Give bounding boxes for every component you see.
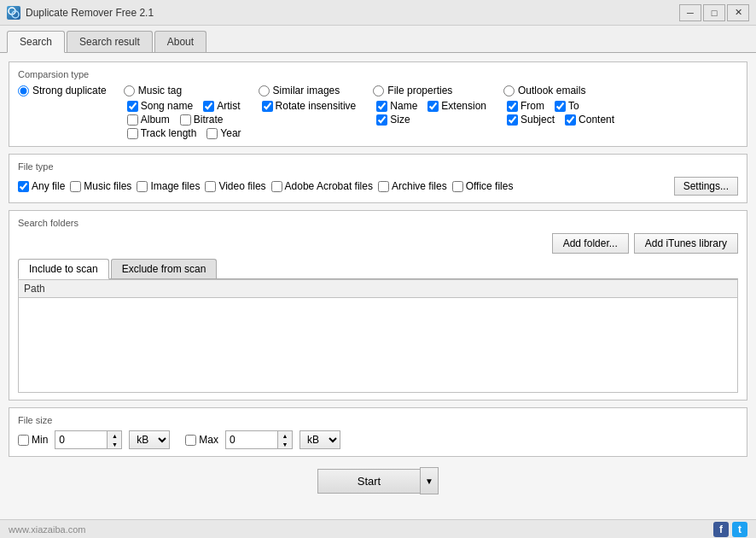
max-spinbox: ▲ ▼ — [225, 430, 293, 449]
file-size-label: File size — [18, 415, 738, 425]
strong-duplicate-group: Strong duplicate — [18, 85, 107, 96]
window-controls: ─ □ ✕ — [679, 4, 749, 21]
folder-table: Path — [18, 279, 738, 393]
min-spin-down[interactable]: ▼ — [108, 440, 121, 448]
start-area: Start ▼ — [9, 467, 747, 494]
cb-from[interactable]: From — [507, 100, 544, 112]
outlook-suboption-row2: Subject Content — [507, 114, 614, 126]
cb-bitrate[interactable]: Bitrate — [180, 114, 224, 126]
main-window: Search Search result About Comparsion ty… — [0, 26, 756, 538]
cb-adobe-acrobat-files[interactable]: Adobe Acrobat files — [271, 180, 373, 192]
cb-music-files[interactable]: Music files — [70, 180, 131, 192]
search-folders-section: Search folders Add folder... Add iTunes … — [9, 210, 747, 401]
music-tag-group: Music tag Song name Artist — [124, 85, 241, 139]
scan-tabs: Include to scan Exclude from scan — [18, 259, 738, 279]
cb-name[interactable]: Name — [376, 100, 417, 112]
app-icon — [7, 6, 20, 20]
cb-artist[interactable]: Artist — [203, 100, 240, 112]
search-folders-label: Search folders — [18, 218, 738, 228]
folder-table-body — [19, 298, 737, 392]
cb-any-file[interactable]: Any file — [18, 180, 65, 192]
music-suboption-row2: Album Bitrate — [127, 114, 241, 126]
cb-rotate-insensitive[interactable]: Rotate insensitive — [262, 100, 357, 112]
outlook-suboption-row1: From To — [507, 100, 614, 112]
comparison-radio-row: Strong duplicate Music tag Song name — [18, 85, 738, 139]
add-folder-button[interactable]: Add folder... — [552, 233, 629, 254]
file-type-options-row: Any file Music files Image files Video f… — [18, 177, 738, 196]
file-size-section: File size Min ▲ ▼ B kB MB GB — [9, 407, 747, 457]
min-spinbox-arrows: ▲ ▼ — [107, 431, 121, 448]
filesize-row: Min ▲ ▼ B kB MB GB Max — [18, 430, 738, 449]
file-properties-group: File properties Name Extension — [373, 85, 486, 126]
facebook-icon[interactable]: f — [713, 522, 729, 537]
scan-tab-exclude[interactable]: Exclude from scan — [111, 259, 218, 278]
radio-music-tag[interactable]: Music tag — [124, 85, 241, 96]
max-checkbox[interactable]: Max — [185, 434, 218, 446]
file-properties-suboptions: Name Extension Size — [376, 100, 486, 126]
start-btn-group: Start ▼ — [317, 467, 439, 494]
close-button[interactable]: ✕ — [727, 4, 749, 21]
tab-about[interactable]: About — [154, 31, 206, 52]
cb-extension[interactable]: Extension — [427, 100, 486, 112]
cb-content[interactable]: Content — [565, 114, 614, 126]
max-unit-select[interactable]: B kB MB GB — [299, 430, 340, 449]
min-spinbox: ▲ ▼ — [55, 430, 122, 449]
cb-track-length[interactable]: Track length — [127, 127, 197, 139]
cb-subject[interactable]: Subject — [507, 114, 555, 126]
min-checkbox[interactable]: Min — [18, 434, 48, 446]
file-type-section: File type Any file Music files Image fil… — [9, 154, 747, 203]
cb-album[interactable]: Album — [127, 114, 170, 126]
cb-size[interactable]: Size — [376, 114, 410, 126]
settings-button[interactable]: Settings... — [674, 177, 738, 196]
outlook-emails-group: Outlook emails From To — [503, 85, 614, 126]
min-value-input[interactable] — [55, 431, 107, 448]
minimize-button[interactable]: ─ — [679, 4, 701, 21]
add-itunes-button[interactable]: Add iTunes library — [634, 233, 738, 254]
similar-images-group: Similar images Rotate insensitive — [259, 85, 357, 112]
outlook-suboptions: From To Subject — [507, 100, 614, 126]
cb-office-files[interactable]: Office files — [452, 180, 514, 192]
title-bar: Duplicate Remover Free 2.1 ─ □ ✕ — [0, 0, 756, 26]
max-spin-up[interactable]: ▲ — [278, 431, 292, 440]
radio-file-properties[interactable]: File properties — [373, 85, 486, 96]
min-spin-up[interactable]: ▲ — [108, 431, 121, 440]
cb-image-files[interactable]: Image files — [137, 180, 200, 192]
tab-search-result[interactable]: Search result — [67, 31, 153, 52]
music-suboption-row3: Track length Year — [127, 127, 241, 139]
fp-suboption-row1: Name Extension — [376, 100, 486, 112]
scan-tabs-area: Include to scan Exclude from scan Path — [18, 259, 738, 393]
window-title: Duplicate Remover Free 2.1 — [26, 7, 679, 19]
cb-archive-files[interactable]: Archive files — [378, 180, 447, 192]
max-value-input[interactable] — [226, 431, 277, 448]
maximize-button[interactable]: □ — [703, 4, 725, 21]
radio-strong-duplicate[interactable]: Strong duplicate — [18, 85, 107, 96]
tab-bar: Search Search result About — [0, 26, 756, 53]
images-suboption-row1: Rotate insensitive — [262, 100, 357, 112]
fp-suboption-row2: Size — [376, 114, 486, 126]
similar-images-suboptions: Rotate insensitive — [262, 100, 357, 112]
content-area: Comparsion type Strong duplicate Music t… — [0, 53, 756, 519]
file-type-label: File type — [18, 161, 738, 172]
min-unit-select[interactable]: B kB MB GB — [129, 430, 170, 449]
comparison-type-section: Comparsion type Strong duplicate Music t… — [9, 61, 747, 147]
music-tag-suboptions: Song name Artist Album — [127, 100, 241, 139]
cb-video-files[interactable]: Video files — [205, 180, 265, 192]
max-spinbox-arrows: ▲ ▼ — [277, 431, 292, 448]
cb-song-name[interactable]: Song name — [127, 100, 193, 112]
social-bar: www.xiazaiba.com f t — [0, 519, 756, 538]
folder-buttons-row: Add folder... Add iTunes library — [18, 233, 738, 254]
tab-search[interactable]: Search — [7, 31, 65, 53]
radio-similar-images[interactable]: Similar images — [259, 85, 357, 96]
start-button[interactable]: Start — [317, 469, 420, 494]
music-suboption-row1: Song name Artist — [127, 100, 241, 112]
scan-tab-include[interactable]: Include to scan — [18, 259, 109, 279]
radio-outlook-emails[interactable]: Outlook emails — [503, 85, 614, 96]
comparison-type-label: Comparsion type — [18, 69, 738, 79]
twitter-icon[interactable]: t — [732, 522, 747, 537]
folder-table-header: Path — [19, 280, 737, 298]
cb-year[interactable]: Year — [206, 127, 241, 139]
watermark: www.xiazaiba.com — [9, 524, 85, 535]
start-dropdown-button[interactable]: ▼ — [420, 467, 439, 494]
cb-to[interactable]: To — [555, 100, 579, 112]
max-spin-down[interactable]: ▼ — [278, 440, 292, 448]
